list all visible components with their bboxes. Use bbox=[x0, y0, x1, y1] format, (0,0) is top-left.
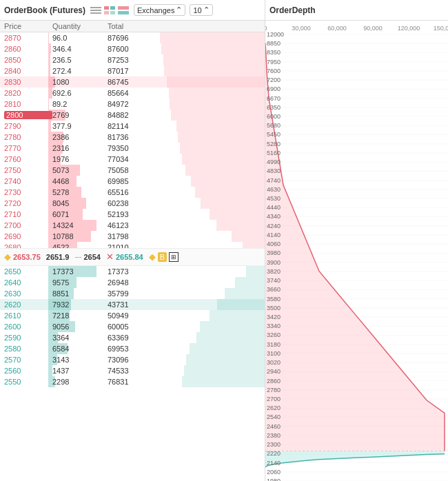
qty-cell: 2769 bbox=[52, 111, 108, 119]
svg-rect-8 bbox=[118, 11, 129, 14]
price-cell: 2720 bbox=[4, 199, 52, 207]
table-row: 2730527865516 bbox=[0, 187, 265, 198]
table-row: 287096.087696 bbox=[0, 32, 265, 43]
table-row: 2790377.982114 bbox=[0, 121, 265, 132]
price-cell: 2810 bbox=[4, 100, 52, 108]
orderbook-title: OrderBook (Futures) bbox=[4, 6, 85, 15]
exchanges-select[interactable]: Exchanges ⌃ bbox=[134, 4, 185, 16]
depth-chart bbox=[265, 21, 448, 481]
total-cell: 60238 bbox=[108, 199, 163, 207]
view-icon-2[interactable] bbox=[103, 6, 116, 15]
total-cell: 60005 bbox=[108, 323, 163, 331]
table-row: 2570314373096 bbox=[0, 354, 265, 365]
total-cell: 87696 bbox=[108, 34, 163, 42]
table-row: 2770231679350 bbox=[0, 143, 265, 154]
svg-rect-7 bbox=[118, 6, 129, 10]
price-cell: 2860 bbox=[4, 45, 52, 53]
total-cell: 52193 bbox=[108, 210, 163, 218]
total-cell: 17373 bbox=[108, 267, 163, 276]
total-cell: 81736 bbox=[108, 133, 163, 141]
table-row: 2630885135799 bbox=[0, 288, 265, 299]
ticker-mark-price: --- 2654 bbox=[74, 253, 100, 261]
table-row: 2580658469953 bbox=[0, 343, 265, 354]
total-cell: 74533 bbox=[108, 367, 163, 375]
ticker-row: ◆ 2653.75 2651.9 --- 2654 ✕ 2655.84 ◆ B … bbox=[0, 248, 265, 266]
price-cell: 2780 bbox=[4, 133, 52, 141]
total-cell: 87017 bbox=[108, 67, 163, 75]
total-cell: 21010 bbox=[108, 243, 163, 248]
total-cell: 63369 bbox=[108, 334, 163, 342]
qty-cell: 89.2 bbox=[52, 100, 108, 108]
qty-cell: 5073 bbox=[52, 166, 108, 174]
table-row: 2780238681736 bbox=[0, 132, 265, 143]
price-cell: 2870 bbox=[4, 34, 52, 42]
total-cell: 69985 bbox=[108, 177, 163, 185]
depth-canvas bbox=[265, 21, 448, 481]
price-cell: 2700 bbox=[4, 221, 52, 229]
qty-cell: 2386 bbox=[52, 133, 108, 141]
table-row: 2740446869985 bbox=[0, 176, 265, 187]
qty-cell: 346.4 bbox=[52, 45, 108, 53]
qty-cell: 5278 bbox=[52, 188, 108, 196]
qty-cell: 8851 bbox=[52, 289, 108, 298]
price-cell: 2590 bbox=[4, 334, 52, 342]
total-cell: 86745 bbox=[108, 78, 163, 86]
svg-rect-5 bbox=[104, 11, 109, 14]
total-cell: 75058 bbox=[108, 166, 163, 174]
total-cell: 85664 bbox=[108, 89, 163, 97]
price-cell: 2630 bbox=[4, 289, 52, 298]
table-row: 2680452221010 bbox=[0, 242, 265, 248]
qty-cell: 1080 bbox=[52, 78, 108, 86]
table-row: 2760197677034 bbox=[0, 154, 265, 165]
right-panel: OrderDepth bbox=[265, 0, 448, 481]
price-cell: 2850 bbox=[4, 56, 52, 64]
qty-cell: 9056 bbox=[52, 323, 108, 331]
svg-rect-3 bbox=[104, 6, 109, 10]
ticker-icons: ◆ B ⊞ bbox=[149, 252, 179, 262]
price-cell: 2640 bbox=[4, 278, 52, 287]
buy-icon: ✕ bbox=[106, 252, 114, 262]
table-row: 27001432446123 bbox=[0, 220, 265, 231]
price-cell: 2820 bbox=[4, 89, 52, 97]
price-cell: 2650 bbox=[4, 267, 52, 276]
qty-cell: 6071 bbox=[52, 210, 108, 218]
depth-select[interactable]: 10 ⌃ bbox=[190, 4, 212, 16]
total-cell: 65516 bbox=[108, 188, 163, 196]
total-cell: 84882 bbox=[108, 111, 163, 119]
price-cell: 2830 bbox=[4, 78, 52, 86]
qty-cell: 2298 bbox=[52, 378, 108, 386]
header-icons bbox=[90, 6, 130, 15]
total-cell: 87600 bbox=[108, 45, 163, 53]
table-header: Price Quantity Total bbox=[0, 21, 265, 32]
bft-badge: B bbox=[158, 252, 167, 262]
total-cell: 35799 bbox=[108, 289, 163, 298]
table-row: 2750507375058 bbox=[0, 165, 265, 176]
coin-icon: ◆ bbox=[149, 252, 156, 262]
grid-icon[interactable]: ⊞ bbox=[169, 252, 179, 262]
price-cell: 2620 bbox=[4, 300, 52, 309]
view-icon-1[interactable] bbox=[90, 6, 102, 15]
total-cell: 87253 bbox=[108, 56, 163, 64]
table-row: 2860346.487600 bbox=[0, 43, 265, 54]
sell-order-rows: 287096.0876962860346.4876002850236.58725… bbox=[0, 32, 265, 248]
total-cell: 76831 bbox=[108, 378, 163, 386]
price-cell: 2730 bbox=[4, 188, 52, 196]
ticker-sell-price: ◆ 2653.75 bbox=[4, 252, 41, 262]
total-cell: 26948 bbox=[108, 278, 163, 287]
total-cell: 77034 bbox=[108, 155, 163, 163]
qty-cell: 8045 bbox=[52, 199, 108, 207]
col-price: Price bbox=[4, 22, 52, 30]
qty-cell: 10788 bbox=[52, 232, 108, 240]
buy-order-rows: 2650173731737326409575269482630885135799… bbox=[0, 266, 265, 482]
view-icon-3[interactable] bbox=[117, 6, 130, 15]
table-row: 2830108086745 bbox=[0, 76, 265, 88]
col-total: Total bbox=[108, 22, 163, 30]
qty-cell: 7218 bbox=[52, 311, 108, 320]
qty-cell: 3364 bbox=[52, 334, 108, 342]
price-cell: 2550 bbox=[4, 378, 52, 386]
table-row: 2840272.487017 bbox=[0, 65, 265, 76]
sell-icon: ◆ bbox=[4, 252, 11, 262]
qty-cell: 377.9 bbox=[52, 122, 108, 130]
qty-cell: 96.0 bbox=[52, 34, 108, 42]
total-cell: 46123 bbox=[108, 221, 163, 229]
